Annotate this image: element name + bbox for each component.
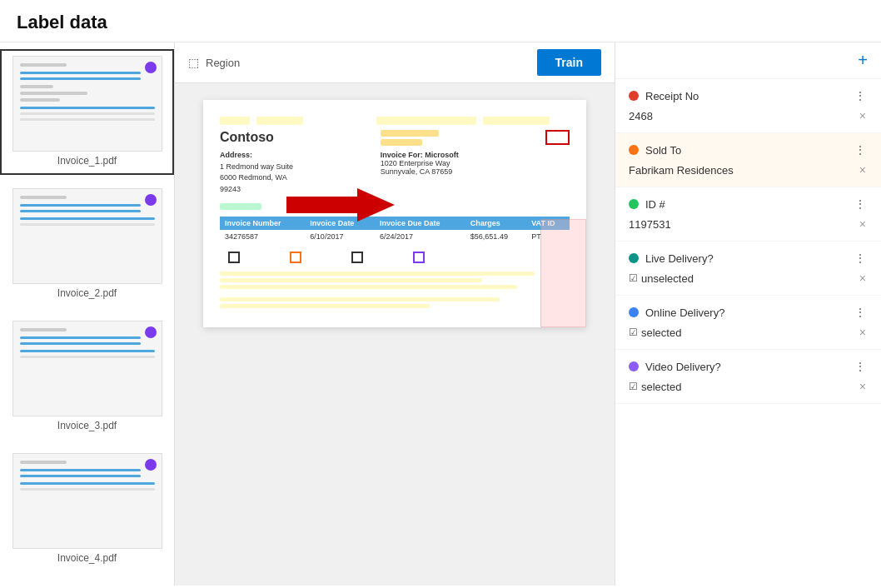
right-panel: + Receipt No ⋮ 2468 × bbox=[615, 42, 881, 586]
label-item-online-delivery: Online Delivery? ⋮ ☑ selected × bbox=[615, 296, 881, 350]
doc-address: Address: 1 Redmond way Suite 6000 Redmon… bbox=[220, 150, 293, 195]
label-item-live-delivery: Live Delivery? ⋮ ☑ unselected × bbox=[615, 242, 881, 296]
label-item-video-delivery: Video Delivery? ⋮ ☑ selected × bbox=[615, 350, 881, 404]
table-header-charges: Charges bbox=[465, 217, 526, 230]
label-name-id: ID # bbox=[645, 198, 665, 211]
close-button-id[interactable]: × bbox=[858, 216, 868, 232]
more-button-video-delivery[interactable]: ⋮ bbox=[853, 358, 868, 375]
label-item-id: ID # ⋮ 1197531 × bbox=[615, 187, 881, 242]
dot-live-delivery bbox=[629, 253, 639, 263]
sidebar-item-invoice4[interactable]: Invoice_4.pdf bbox=[0, 446, 174, 572]
value-online-delivery: selected bbox=[641, 326, 681, 339]
close-button-receipt-no[interactable]: × bbox=[858, 107, 868, 124]
value-id: 1197531 bbox=[629, 218, 671, 231]
content-area: ⬚ Region Train Cont bbox=[175, 42, 615, 586]
pink-overlay bbox=[540, 219, 586, 327]
add-label-button[interactable]: + bbox=[858, 51, 868, 70]
region-label: Region bbox=[206, 57, 240, 69]
label-name-video-delivery: Video Delivery? bbox=[645, 361, 721, 373]
value-live-delivery: unselected bbox=[641, 272, 694, 285]
arrow-indicator bbox=[286, 184, 395, 227]
svg-marker-0 bbox=[286, 188, 395, 222]
value-receipt-no: 2468 bbox=[629, 110, 653, 122]
selection-square-3[interactable] bbox=[351, 252, 363, 263]
sidebar-item-invoice1[interactable]: Invoice_1.pdf bbox=[0, 49, 174, 175]
dot-online-delivery bbox=[629, 307, 639, 317]
invoice-table: Invoice Number Invoice Date Invoice Due … bbox=[220, 217, 570, 243]
selection-square-1[interactable] bbox=[228, 252, 240, 263]
selection-square-4[interactable] bbox=[413, 252, 425, 263]
document-sidebar: Invoice_1.pdf Invoice_2.pdf bbox=[0, 42, 175, 586]
yellow-lines-section bbox=[220, 272, 570, 289]
document-canvas: Contoso Address: 1 Redmond way Suite 600… bbox=[203, 100, 586, 327]
more-button-online-delivery[interactable]: ⋮ bbox=[853, 304, 868, 321]
dot-sold-to bbox=[629, 145, 639, 155]
close-button-online-delivery[interactable]: × bbox=[858, 324, 868, 341]
dot-receipt-no bbox=[629, 91, 639, 101]
label-name-receipt-no: Receipt No bbox=[645, 90, 699, 102]
checkbox-icon-online-delivery: ☑ bbox=[629, 326, 638, 338]
toolbar: ⬚ Region Train bbox=[175, 42, 615, 83]
page-title-bar: Label data bbox=[0, 0, 881, 42]
table-row: 34276587 6/10/2017 6/24/2017 $56,651.49 … bbox=[220, 230, 570, 243]
dot-video-delivery bbox=[629, 361, 639, 371]
label-name-live-delivery: Live Delivery? bbox=[645, 252, 714, 265]
label-name-sold-to: Sold To bbox=[645, 144, 681, 157]
value-sold-to: Fabrikam Residences bbox=[629, 164, 734, 177]
sidebar-label-invoice3: Invoice_3.pdf bbox=[8, 420, 166, 433]
more-button-id[interactable]: ⋮ bbox=[853, 196, 868, 212]
close-button-video-delivery[interactable]: × bbox=[858, 378, 868, 395]
label-name-online-delivery: Online Delivery? bbox=[645, 306, 724, 319]
checkbox-icon-live-delivery: ☑ bbox=[629, 272, 638, 284]
panel-header: + bbox=[615, 42, 881, 79]
more-button-sold-to[interactable]: ⋮ bbox=[853, 142, 868, 158]
toolbar-left: ⬚ Region bbox=[188, 56, 240, 69]
more-yellow-lines bbox=[220, 297, 570, 308]
label-item-receipt-no: Receipt No ⋮ 2468 × bbox=[615, 79, 881, 133]
dot-id bbox=[629, 199, 639, 209]
selection-square-2[interactable] bbox=[290, 252, 301, 263]
checkbox-icon-video-delivery: ☑ bbox=[629, 381, 638, 392]
label-item-sold-to: Sold To ⋮ Fabrikam Residences × bbox=[615, 133, 881, 187]
sidebar-label-invoice1: Invoice_1.pdf bbox=[8, 155, 166, 168]
region-icon: ⬚ bbox=[188, 56, 199, 69]
train-button[interactable]: Train bbox=[537, 49, 601, 76]
close-button-live-delivery[interactable]: × bbox=[858, 270, 868, 287]
sidebar-label-invoice2: Invoice_2.pdf bbox=[8, 287, 166, 301]
more-button-live-delivery[interactable]: ⋮ bbox=[853, 250, 868, 267]
document-view: Contoso Address: 1 Redmond way Suite 600… bbox=[175, 83, 615, 586]
more-button-receipt-no[interactable]: ⋮ bbox=[853, 87, 868, 104]
company-name: Contoso bbox=[220, 130, 293, 145]
page-title: Label data bbox=[0, 0, 881, 42]
sidebar-item-invoice3[interactable]: Invoice_3.pdf bbox=[0, 314, 174, 440]
sidebar-label-invoice4: Invoice_4.pdf bbox=[8, 552, 166, 566]
red-box-element bbox=[545, 130, 570, 145]
sidebar-item-invoice2[interactable]: Invoice_2.pdf bbox=[0, 182, 174, 307]
close-button-sold-to[interactable]: × bbox=[858, 162, 868, 178]
value-video-delivery: selected bbox=[641, 381, 681, 393]
